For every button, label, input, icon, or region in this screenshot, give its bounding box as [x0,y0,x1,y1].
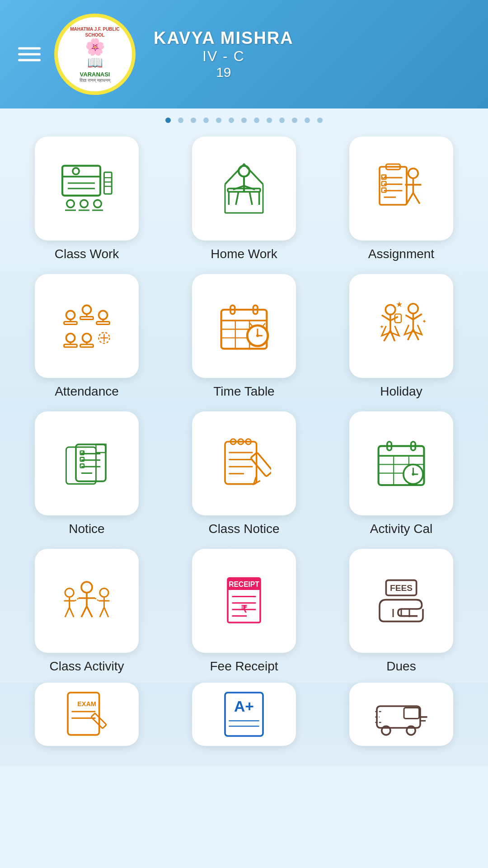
svg-rect-159 [377,706,420,728]
home-work-card[interactable] [192,137,296,241]
svg-text:★: ★ [396,300,403,309]
svg-rect-107 [250,453,271,477]
dot-5[interactable] [216,118,221,123]
grid-item-class-work[interactable]: Class Work [14,137,160,261]
dot-9[interactable] [267,118,272,123]
activity-cal-icon [374,436,428,491]
grid-item-notice[interactable]: Notice [14,411,160,536]
home-work-icon [217,161,271,216]
svg-rect-44 [64,321,77,324]
notice-card[interactable] [35,411,139,515]
grid-item-result[interactable]: A+ [171,683,317,752]
logo-tagline: विद्या रत्नम् महाधनम् [80,78,110,83]
dues-label: Dues [386,659,416,674]
svg-line-85 [408,329,413,340]
svg-line-22 [236,191,239,205]
dot-4[interactable] [203,118,209,123]
grid-item-time-table[interactable]: Time Table [171,274,317,399]
logo-location: VARANASI [80,71,110,78]
svg-line-83 [406,315,413,320]
svg-point-5 [67,200,75,208]
activity-cal-card[interactable] [349,411,453,515]
svg-line-135 [75,598,79,601]
fee-receipt-icon: RECEIPT ₹ [217,574,271,628]
dot-3[interactable] [191,118,196,123]
svg-line-23 [249,191,252,205]
hamburger-menu[interactable] [18,47,41,61]
student-info: KAVYA MISHRA IV - C 19 [154,28,294,80]
assignment-label: Assignment [368,247,434,261]
activity-cal-label: Activity Cal [370,522,432,536]
holiday-card[interactable]: ★ ✦ ✦ [349,274,453,378]
dot-13[interactable] [317,118,323,123]
grid-item-fee-receipt[interactable]: RECEIPT ₹ Fee Receipt [171,549,317,674]
dot-11[interactable] [292,118,297,123]
dot-7[interactable] [241,118,247,123]
svg-line-30 [407,193,413,204]
svg-line-134 [104,607,108,617]
time-table-label: Time Table [213,384,274,399]
exam-card[interactable]: EXAM [35,683,139,746]
class-work-label: Class Work [55,247,119,261]
transport-icon [374,687,428,741]
svg-point-71 [256,335,259,337]
attendance-card[interactable] [35,274,139,378]
svg-text:✦: ✦ [380,324,384,330]
svg-line-31 [413,193,419,204]
fee-receipt-card[interactable]: RECEIPT ₹ [192,549,296,653]
svg-rect-0 [62,166,100,196]
transport-card[interactable] [349,683,453,746]
grid-item-home-work[interactable]: Home Work [171,137,317,261]
class-activity-icon [60,574,114,628]
svg-line-123 [81,606,87,617]
dues-card[interactable]: FEES [349,549,453,653]
class-activity-card[interactable] [35,549,139,653]
home-work-label: Home Work [211,247,277,261]
svg-line-136 [95,598,99,601]
svg-point-6 [80,200,88,208]
grid-item-assignment[interactable]: Assignment [328,137,474,261]
grid-item-activity-cal[interactable]: Activity Cal [328,411,474,536]
svg-point-27 [408,169,418,179]
svg-text:RECEIPT: RECEIPT [229,580,259,588]
school-logo: MAHATMA J.F. PUBLIC SCHOOL 🌸 📖 VARANASI … [54,14,136,95]
svg-point-119 [412,473,414,476]
svg-point-74 [385,305,395,315]
result-icon: A+ [217,687,271,741]
svg-rect-90 [76,444,106,481]
grid-item-class-activity[interactable]: Class Activity [14,549,160,674]
time-table-card[interactable] [192,274,296,378]
svg-point-51 [82,334,91,342]
grid-item-dues[interactable]: FEES Dues [328,549,474,674]
svg-point-7 [94,200,102,208]
logo-flower-icon: 🌸 [85,39,105,55]
class-work-card[interactable] [35,137,139,241]
fee-receipt-label: Fee Receipt [210,659,278,674]
dot-1[interactable] [165,118,171,123]
dot-8[interactable] [254,118,259,123]
svg-line-73 [263,323,265,326]
class-notice-card[interactable] [192,411,296,515]
dot-2[interactable] [178,118,183,123]
svg-line-124 [87,606,92,617]
holiday-label: Holiday [380,384,422,399]
main-grid: Class Work [0,127,488,683]
grid-item-attendance[interactable]: Attendance [14,274,160,399]
attendance-label: Attendance [55,384,119,399]
dot-12[interactable] [305,118,310,123]
assignment-card[interactable] [349,137,453,241]
grid-item-class-notice[interactable]: Class Notice [171,411,317,536]
student-class: IV - C [154,48,294,65]
dot-6[interactable] [229,118,234,123]
svg-point-41 [66,311,75,319]
class-work-icon [60,161,114,216]
svg-line-79 [390,330,395,341]
student-name: KAVYA MISHRA [154,28,294,48]
grid-item-transport[interactable] [328,683,474,752]
dot-10[interactable] [279,118,285,123]
partial-grid: EXAM A+ [0,683,488,766]
grid-item-holiday[interactable]: ★ ✦ ✦ Holiday [328,274,474,399]
svg-rect-45 [80,317,94,320]
result-card[interactable]: A+ [192,683,296,746]
grid-item-exam[interactable]: EXAM [14,683,160,752]
